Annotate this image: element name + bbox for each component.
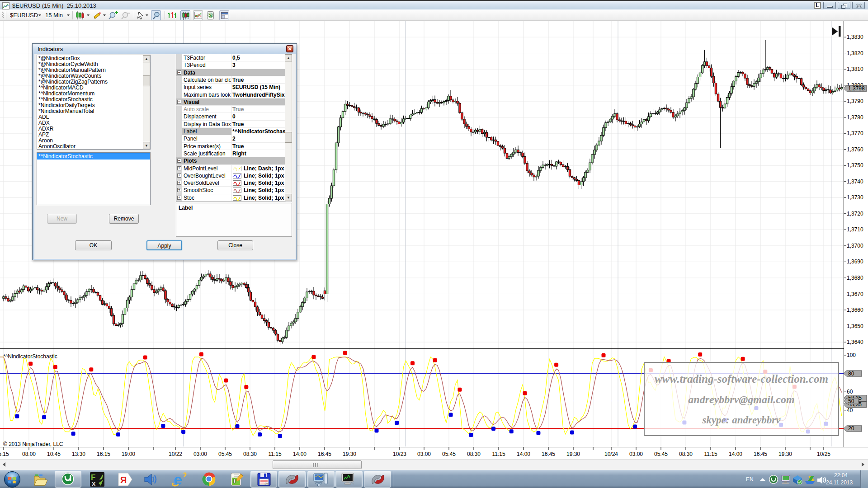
svg-text:1,3760: 1,3760	[847, 146, 863, 153]
svg-text:11:15: 11:15	[268, 451, 281, 457]
svg-text:16:15: 16:15	[97, 451, 110, 457]
svg-text:Я: Я	[120, 475, 127, 485]
svg-text:1,3720: 1,3720	[847, 211, 863, 217]
svg-text:БЧ-: БЧ-	[264, 482, 269, 485]
svg-text:1,3820: 1,3820	[847, 50, 863, 56]
svg-text:1,3790: 1,3790	[847, 98, 863, 104]
svg-text:14:00: 14:00	[517, 451, 530, 457]
svg-text:1,3650: 1,3650	[847, 323, 863, 329]
svg-text:11:15: 11:15	[704, 451, 717, 457]
svg-text:03:00: 03:00	[629, 451, 643, 457]
svg-text:1,3770: 1,3770	[847, 130, 863, 136]
svg-text:10/23: 10/23	[393, 451, 406, 457]
svg-text:13:30: 13:30	[72, 451, 85, 457]
svg-text:60: 60	[847, 389, 853, 395]
svg-text:100: 100	[847, 352, 856, 358]
svg-text:05:45: 05:45	[654, 451, 668, 457]
svg-text:1,3660: 1,3660	[847, 307, 863, 313]
svg-text:20: 20	[848, 425, 854, 432]
svg-text:1,3798: 1,3798	[848, 85, 865, 92]
svg-text:03:00: 03:00	[193, 451, 207, 457]
svg-text:19:30: 19:30	[343, 451, 356, 457]
svg-text:$: $	[209, 13, 212, 18]
svg-text:14:00: 14:00	[729, 451, 742, 457]
svg-text:www.trading-software-collectio: www.trading-software-collection.com	[655, 373, 828, 385]
svg-text:*^NindicatorStochastic: *^NindicatorStochastic	[3, 353, 57, 360]
svg-text:1,3710: 1,3710	[847, 226, 863, 233]
svg-text:x: x	[92, 479, 96, 487]
svg-text:03:00: 03:00	[417, 451, 431, 457]
svg-text:08:00: 08:00	[22, 451, 36, 457]
svg-text:1,3730: 1,3730	[847, 194, 863, 201]
svg-text:05:45: 05:45	[218, 451, 232, 457]
svg-text:14:00: 14:00	[293, 451, 307, 457]
svg-text:40: 40	[847, 407, 853, 413]
svg-text:1,3740: 1,3740	[847, 178, 863, 185]
svg-text:10:45: 10:45	[47, 451, 61, 457]
svg-text:10/25: 10/25	[817, 451, 830, 457]
svg-text:1,3680: 1,3680	[847, 275, 863, 281]
svg-text:05:45: 05:45	[442, 451, 456, 457]
svg-text:19:30: 19:30	[566, 451, 580, 457]
svg-text:10/22: 10/22	[169, 451, 182, 457]
svg-text:andreybbrv@gmail.com: andreybbrv@gmail.com	[688, 394, 794, 405]
svg-text:5:15: 5:15	[0, 451, 9, 457]
svg-text:1,3700: 1,3700	[847, 243, 863, 249]
svg-text:1,3670: 1,3670	[847, 291, 863, 297]
svg-text:10/24: 10/24	[604, 451, 618, 457]
svg-text:1,3830: 1,3830	[847, 34, 863, 40]
svg-text:1,3690: 1,3690	[847, 258, 863, 265]
svg-text:skype: andreybbrv: skype: andreybbrv	[702, 414, 781, 426]
svg-text:© 2013 NinjaTrader, LLC: © 2013 NinjaTrader, LLC	[3, 441, 63, 447]
svg-text:08:30: 08:30	[243, 451, 257, 457]
svg-text:50: 50	[848, 398, 854, 404]
svg-text:80: 80	[848, 371, 854, 377]
svg-text:16:45: 16:45	[542, 451, 555, 457]
svg-text:1,3640: 1,3640	[847, 339, 863, 345]
svg-text:08:30: 08:30	[467, 451, 481, 457]
svg-text:19:30: 19:30	[778, 451, 792, 457]
svg-text:16:45: 16:45	[318, 451, 331, 457]
svg-text:1,3810: 1,3810	[847, 66, 863, 72]
svg-text:16:45: 16:45	[754, 451, 767, 457]
svg-text:19:00: 19:00	[122, 451, 135, 457]
svg-text:1,3780: 1,3780	[847, 114, 863, 121]
svg-text:08:30: 08:30	[679, 451, 693, 457]
svg-text:1,3750: 1,3750	[847, 162, 863, 169]
svg-text:11:15: 11:15	[492, 451, 505, 457]
